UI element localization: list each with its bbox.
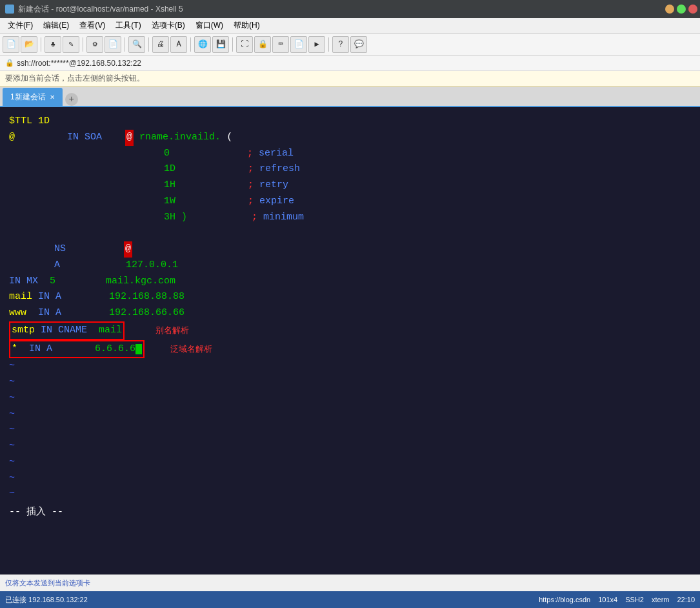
tilde-5: ~ <box>9 422 691 438</box>
status-right: https://blog.csdn 101x4 SSH2 xterm 22:10 <box>539 596 695 603</box>
tilde-6: ~ <box>9 438 691 454</box>
find-button[interactable]: 🔍 <box>128 36 145 53</box>
toolbar: 📄 📂 ♣ ✎ ⚙ 📄 🔍 🖨 A 🌐 💾 ⛶ 🔒 ⌨ 📄 ▶ ? 💬 <box>0 34 700 56</box>
toolbar-separator-4 <box>148 37 149 52</box>
bottom-message: 仅将文本发送到当前选项卡 <box>5 578 90 588</box>
macro-button[interactable]: ▶ <box>308 36 325 53</box>
maximize-button[interactable] <box>677 5 686 14</box>
size-indicator: 101x4 <box>598 596 617 603</box>
retry-semicolon: ; <box>248 177 259 194</box>
copy-button[interactable]: ♣ <box>45 36 61 53</box>
app-icon <box>5 5 14 14</box>
www-name: www <box>9 305 26 321</box>
line-retry: 1H ; retry <box>9 177 691 194</box>
soa-paren: ( <box>221 130 232 146</box>
retry-val: 1H <box>164 177 175 194</box>
mail-name: mail <box>9 289 32 305</box>
keyboard-button[interactable]: ⌨ <box>272 36 289 53</box>
window-title: 新建会话 - root@localhost:/var/named - Xshel… <box>18 4 183 15</box>
globe-button[interactable]: 🌐 <box>194 36 211 53</box>
a-keyword: A <box>54 258 60 274</box>
tab-label: 1新建会话 <box>10 92 46 103</box>
mx-in: IN MX <box>9 274 38 290</box>
wildcard-highlight-box: * IN A 6.6.6.6 <box>9 340 145 359</box>
menu-tabs[interactable]: 选项卡(B) <box>146 19 190 32</box>
line-ns: NS @ <box>9 241 691 258</box>
line-www: www IN A 192.168.66.66 <box>9 305 691 321</box>
line-minimum: 3H ) ; minimum <box>9 210 691 226</box>
retry-comment: retry <box>259 177 288 194</box>
close-button[interactable] <box>688 5 697 14</box>
menu-bar: 文件(F) 编辑(E) 查看(V) 工具(T) 选项卡(B) 窗口(W) 帮助(… <box>0 18 700 34</box>
line-refresh: 1D ; refresh <box>9 161 691 177</box>
soa-padding2 <box>102 130 125 146</box>
refresh-semicolon: ; <box>248 161 259 177</box>
menu-edit[interactable]: 编辑(E) <box>38 19 74 32</box>
minimum-comment: minimum <box>263 210 304 226</box>
line-ttl: $TTL 1D <box>9 114 691 130</box>
bottom-bar: 仅将文本发送到当前选项卡 <box>0 574 700 591</box>
new-session-button[interactable]: 📄 <box>3 36 19 53</box>
smtp-highlight-box: smtp IN CNAME mail <box>9 321 125 340</box>
minimum-val: 3H ) <box>164 210 187 226</box>
expire-semicolon: ; <box>248 194 259 210</box>
menu-view[interactable]: 查看(V) <box>74 19 110 32</box>
toolbar-separator-1 <box>41 37 41 52</box>
soa-at2: @ <box>125 130 134 146</box>
properties-button[interactable]: 📄 <box>105 36 121 53</box>
settings-button[interactable]: ⚙ <box>86 36 103 53</box>
tilde-7: ~ <box>9 454 691 471</box>
toolbar-separator-2 <box>83 37 83 52</box>
a-ip: 127.0.0.1 <box>126 258 178 274</box>
mail-in: IN A <box>32 289 61 305</box>
file-transfer-button[interactable]: 💾 <box>212 36 229 53</box>
soa-padding3 <box>134 130 139 146</box>
smtp-in-cname: IN CNAME <box>35 323 87 339</box>
tilde-9: ~ <box>9 486 691 502</box>
menu-window[interactable]: 窗口(W) <box>190 19 228 32</box>
toolbar-separator-7 <box>328 37 329 52</box>
window-controls[interactable] <box>665 5 700 14</box>
lock-button[interactable]: 🔒 <box>254 36 271 53</box>
cursor <box>135 344 142 354</box>
wildcard-in-a: IN A <box>29 341 52 358</box>
serial-val: 0 <box>164 146 170 162</box>
minimize-button[interactable] <box>665 5 674 14</box>
line-a-127: A 127.0.0.1 <box>9 258 691 274</box>
ssh-address: ssh://root:******@192.168.50.132:22 <box>17 59 141 68</box>
line-serial: 0 ; serial <box>9 146 691 162</box>
script-button[interactable]: 📄 <box>290 36 307 53</box>
menu-help[interactable]: 帮助(H) <box>228 19 265 32</box>
mode-line: -- 插入 -- <box>9 505 691 521</box>
tilde-4: ~ <box>9 407 691 423</box>
terminal-type: xterm <box>652 596 670 603</box>
fullscreen-button[interactable]: ⛶ <box>236 36 253 53</box>
chat-button[interactable]: 💬 <box>350 36 367 53</box>
paste-button[interactable]: ✎ <box>63 36 79 53</box>
mx-priority: 5 <box>50 274 55 290</box>
line-mx: IN MX 5 mail.kgc.com <box>9 274 691 290</box>
line-smtp: smtp IN CNAME mail 别名解析 <box>9 321 691 340</box>
menu-file[interactable]: 文件(F) <box>3 19 38 32</box>
minimum-semicolon: ; <box>252 210 263 226</box>
font-button[interactable]: A <box>170 36 187 53</box>
tab-add-button[interactable]: + <box>65 93 78 106</box>
terminal-area[interactable]: $TTL 1D @ IN SOA @ rname.invaild. ( 0 ; … <box>0 107 700 574</box>
ns-keyword: NS <box>54 241 66 258</box>
www-in: IN A <box>26 305 61 321</box>
refresh-val: 1D <box>164 161 175 177</box>
lock-icon: 🔒 <box>5 59 14 67</box>
mode-text: -- 插入 -- <box>9 505 63 521</box>
tab-new-session[interactable]: 1新建会话 ✕ <box>3 88 63 106</box>
soa-at: @ <box>9 130 15 146</box>
title-bar: 新建会话 - root@localhost:/var/named - Xshel… <box>0 0 700 18</box>
soa-padding <box>15 130 67 146</box>
tilde-3: ~ <box>9 390 691 407</box>
menu-tools[interactable]: 工具(T) <box>110 19 146 32</box>
tab-close-button[interactable]: ✕ <box>50 94 55 101</box>
serial-comment: serial <box>259 146 294 162</box>
help-button[interactable]: ? <box>332 36 349 53</box>
print-button[interactable]: 🖨 <box>152 36 169 53</box>
open-button[interactable]: 📂 <box>21 36 37 53</box>
status-bar: 已连接 192.168.50.132:22 https://blog.csdn … <box>0 591 700 608</box>
